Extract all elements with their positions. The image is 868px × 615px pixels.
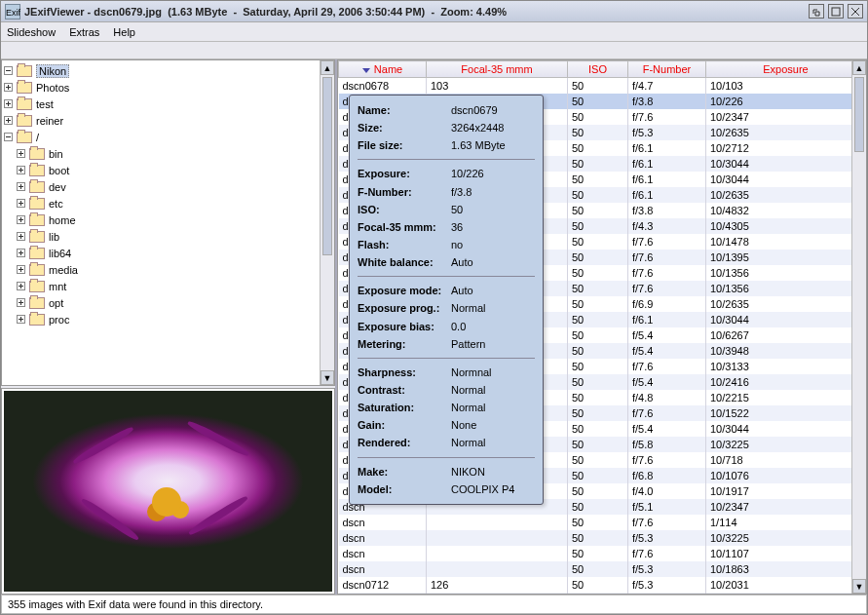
expand-handle-icon[interactable] xyxy=(4,99,13,108)
table-row[interactable]: dscn067810350f/4.710/103 xyxy=(339,78,866,94)
table-row[interactable]: dscn50f/7.610/1107 xyxy=(339,546,866,561)
cell-exp: 10/2416 xyxy=(706,374,866,390)
tree-item-bin[interactable]: bin xyxy=(4,145,332,162)
tree-item-mnt[interactable]: mnt xyxy=(4,278,332,294)
scroll-down-icon[interactable]: ▼ xyxy=(321,370,334,385)
folder-icon xyxy=(17,115,32,127)
scroll-thumb[interactable] xyxy=(322,77,332,255)
scroll-up-icon[interactable]: ▲ xyxy=(321,60,334,75)
cell-fnum: f/3.8 xyxy=(628,203,706,218)
expand-handle-icon[interactable] xyxy=(4,133,13,141)
cell-fnum: f/5.8 xyxy=(628,437,706,452)
tree-label: home xyxy=(49,214,76,226)
expand-handle-icon[interactable] xyxy=(17,166,25,174)
col-focal[interactable]: Focal-35 mmm xyxy=(427,61,568,78)
tree-item-media[interactable]: media xyxy=(4,261,332,278)
expand-handle-icon[interactable] xyxy=(17,232,25,241)
cell-focal xyxy=(427,546,568,561)
col-name[interactable]: Name xyxy=(339,61,427,78)
col-iso[interactable]: ISO xyxy=(568,61,628,78)
cell-iso: 50 xyxy=(568,483,628,499)
cell-fnum: f/5.3 xyxy=(628,125,706,140)
expand-handle-icon[interactable] xyxy=(4,66,13,75)
tree-item-lib64[interactable]: lib64 xyxy=(4,245,332,261)
close-button[interactable] xyxy=(848,4,863,19)
tree-item-opt[interactable]: opt xyxy=(4,294,332,311)
scroll-down-icon[interactable]: ▼ xyxy=(852,579,866,594)
image-preview[interactable] xyxy=(1,388,335,595)
cell-iso: 50 xyxy=(568,593,628,595)
folder-icon xyxy=(29,281,45,292)
expand-handle-icon[interactable] xyxy=(17,182,25,191)
menubar: Slideshow Extras Help xyxy=(1,22,867,42)
preview-orchid xyxy=(4,391,332,592)
menu-slideshow[interactable]: Slideshow xyxy=(7,26,56,38)
minimize-button[interactable] xyxy=(809,4,824,19)
expand-handle-icon[interactable] xyxy=(17,315,25,324)
folder-tree[interactable]: NikonPhotostestreiner/binbootdevetchomel… xyxy=(1,59,335,386)
col-fnumber[interactable]: F-Number xyxy=(628,61,706,78)
cell-fnum: f/4.3 xyxy=(628,218,706,234)
menu-extras[interactable]: Extras xyxy=(69,26,99,38)
tree-item-root[interactable]: / xyxy=(4,129,332,145)
cell-fnum: f/5.4 xyxy=(628,343,706,359)
maximize-button[interactable] xyxy=(828,4,844,19)
titlebar[interactable]: Exif JExifViewer - dscn0679.jpg (1.63 MB… xyxy=(1,1,867,22)
col-exposure[interactable]: Exposure xyxy=(706,61,866,78)
cell-exp: 10/4832 xyxy=(706,203,866,218)
tree-item-Nikon[interactable]: Nikon xyxy=(4,62,332,79)
app-icon: Exif xyxy=(5,4,20,19)
expand-handle-icon[interactable] xyxy=(17,282,25,290)
table-row[interactable]: dscn50f/5.310/1863 xyxy=(339,561,866,577)
scroll-thumb[interactable] xyxy=(854,77,864,152)
cell-name: dscn xyxy=(339,561,427,577)
expand-handle-icon[interactable] xyxy=(17,149,25,158)
cell-fnum: f/7.6 xyxy=(628,359,706,374)
cell-fnum: f/6.1 xyxy=(628,140,706,156)
cell-exp: 10/2635 xyxy=(706,125,866,140)
cell-iso: 50 xyxy=(568,390,628,405)
table-row[interactable]: dscn071312650f/7.310/2091 xyxy=(339,593,866,595)
cell-exp: 10/2215 xyxy=(706,390,866,405)
cell-name: dscn0678 xyxy=(339,78,427,94)
expand-handle-icon[interactable] xyxy=(4,116,13,125)
cell-exp: 10/2712 xyxy=(706,140,866,156)
tree-item-home[interactable]: home xyxy=(4,211,332,228)
tree-item-reiner[interactable]: reiner xyxy=(4,112,332,129)
tree-item-test[interactable]: test xyxy=(4,96,332,112)
expand-handle-icon[interactable] xyxy=(17,199,25,208)
cell-iso: 50 xyxy=(568,577,628,593)
cell-focal xyxy=(427,515,568,530)
tree-item-etc[interactable]: etc xyxy=(4,195,332,211)
cell-exp: 10/3044 xyxy=(706,421,866,437)
cell-fnum: f/5.1 xyxy=(628,499,706,515)
cell-fnum: f/7.3 xyxy=(628,593,706,595)
expand-handle-icon[interactable] xyxy=(17,265,25,274)
tree-item-Photos[interactable]: Photos xyxy=(4,79,332,96)
cell-exp: 10/4305 xyxy=(706,218,866,234)
tree-item-dev[interactable]: dev xyxy=(4,178,332,195)
expand-handle-icon[interactable] xyxy=(17,249,25,257)
table-row[interactable]: dscn071212650f/5.310/2031 xyxy=(339,577,866,593)
tree-item-lib[interactable]: lib xyxy=(4,228,332,245)
table-row[interactable]: dscn50f/7.61/114 xyxy=(339,515,866,530)
expand-handle-icon[interactable] xyxy=(4,83,13,92)
expand-handle-icon[interactable] xyxy=(17,298,25,307)
svg-rect-0 xyxy=(832,8,840,16)
sort-down-icon xyxy=(362,68,370,73)
scroll-up-icon[interactable]: ▲ xyxy=(852,60,866,75)
tree-scrollbar[interactable]: ▲ ▼ xyxy=(320,60,334,385)
tree-label: etc xyxy=(49,198,63,210)
tree-label: Photos xyxy=(36,82,69,94)
table-scrollbar[interactable]: ▲ ▼ xyxy=(851,60,866,594)
folder-icon xyxy=(29,297,45,309)
table-row[interactable]: dscn50f/5.310/3225 xyxy=(339,530,866,546)
cell-fnum: f/5.3 xyxy=(628,530,706,546)
expand-handle-icon[interactable] xyxy=(17,215,25,224)
menu-help[interactable]: Help xyxy=(113,26,135,38)
tree-label: / xyxy=(36,132,39,143)
tree-item-proc[interactable]: proc xyxy=(4,311,332,327)
tree-item-boot[interactable]: boot xyxy=(4,162,332,178)
left-pane: NikonPhotostestreiner/binbootdevetchomel… xyxy=(1,59,337,595)
cell-fnum: f/4.8 xyxy=(628,390,706,405)
